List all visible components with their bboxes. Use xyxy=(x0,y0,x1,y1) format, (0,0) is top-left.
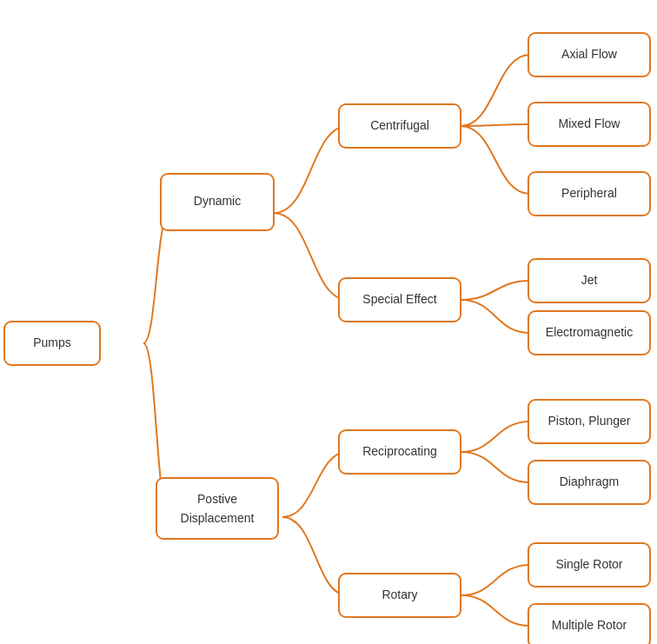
connector-positive-rotary xyxy=(282,517,348,595)
node-mixed-flow: Mixed Flow xyxy=(528,103,650,146)
node-single-rotor-label: Single Rotor xyxy=(555,557,622,571)
connector-positive-reciprocating xyxy=(282,452,348,517)
diagram: Pumps Dynamic Postive Displacement Centr… xyxy=(0,0,657,644)
connector-reciprocating-diaphragm xyxy=(461,452,530,482)
connector-centrifugal-peripheral xyxy=(461,126,530,194)
node-peripheral-label: Peripheral xyxy=(561,186,617,200)
node-positive-label1: Postive xyxy=(197,492,237,506)
connector-reciprocating-piston xyxy=(461,422,530,452)
connector-dynamic-centrifugal xyxy=(274,126,348,213)
node-dynamic: Dynamic xyxy=(161,174,274,230)
node-jet: Jet xyxy=(528,259,650,302)
node-electromagnetic-label: Electromagnetic xyxy=(546,325,633,339)
node-piston-label: Piston, Plunger xyxy=(548,414,631,428)
node-pumps-label: Pumps xyxy=(33,335,71,349)
connector-rotary-multiplerotor xyxy=(461,595,530,626)
node-axial-label: Axial Flow xyxy=(561,47,618,61)
node-rotary: Rotary xyxy=(339,574,461,617)
node-jet-label: Jet xyxy=(581,273,598,287)
node-reciprocating-label: Reciprocating xyxy=(362,444,437,458)
connector-dynamic-special xyxy=(274,213,348,300)
node-single-rotor: Single Rotor xyxy=(528,543,650,587)
node-peripheral: Peripheral xyxy=(528,172,650,216)
node-pumps: Pumps xyxy=(4,322,100,365)
node-piston-plunger: Piston, Plunger xyxy=(528,400,650,443)
node-positive-label2: Displacement xyxy=(181,511,255,525)
node-positive-displacement: Postive Displacement xyxy=(156,478,278,539)
node-multiple-rotor-label: Multiple Rotor xyxy=(552,618,627,632)
node-dynamic-label: Dynamic xyxy=(194,194,241,208)
node-axial-flow: Axial Flow xyxy=(528,33,650,76)
node-multiple-rotor: Multiple Rotor xyxy=(528,604,650,644)
connector-rotary-singlerotor xyxy=(461,565,530,595)
node-centrifugal-label: Centrifugal xyxy=(370,118,429,132)
node-positive-rect xyxy=(156,478,278,539)
connector-special-jet xyxy=(461,281,530,300)
connector-special-electromagnetic xyxy=(461,300,530,333)
node-special-label: Special Effect xyxy=(362,292,436,306)
node-rotary-label: Rotary xyxy=(382,588,417,601)
connector-centrifugal-axialflow xyxy=(461,55,530,126)
connector-centrifugal-mixedflow xyxy=(461,124,530,126)
node-diaphragm: Diaphragm xyxy=(528,461,650,504)
node-electromagnetic: Electromagnetic xyxy=(528,311,650,355)
connector-pumps-dynamic xyxy=(143,213,169,343)
node-reciprocating: Reciprocating xyxy=(339,430,461,474)
node-centrifugal: Centrifugal xyxy=(339,104,461,148)
node-mixed-label: Mixed Flow xyxy=(559,116,621,130)
node-special-effect: Special Effect xyxy=(339,278,461,322)
node-diaphragm-label: Diaphragm xyxy=(560,475,619,488)
